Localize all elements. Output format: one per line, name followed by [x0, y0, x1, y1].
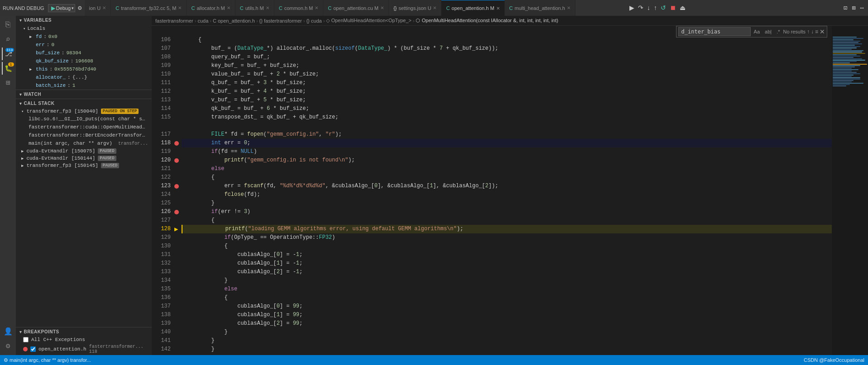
toggle-panel-icon[interactable]: ⊞	[850, 3, 857, 13]
code-line-139: cublasAlgo_[2] = 99;	[182, 319, 832, 328]
debug-step-over-btn[interactable]: ↷	[637, 4, 645, 12]
search-whole-word-btn[interactable]: ab|	[763, 28, 773, 35]
code-line-127: {	[182, 216, 832, 225]
activity-debug-icon[interactable]: 🐛 1	[2, 62, 14, 75]
tab-allocator-close[interactable]: ✕	[227, 5, 230, 10]
tab-open-h-close[interactable]: ✕	[496, 6, 500, 11]
bp-all-cpp[interactable]: All C++ Exceptions	[16, 336, 152, 343]
debug-config-btn[interactable]: ▶ Debug ▾	[48, 4, 75, 12]
tab-multi-head[interactable]: C multi_head_attention.h ✕	[505, 0, 575, 16]
run-debug-label: RUN AND DEBUG	[3, 5, 44, 11]
cs-thread-main[interactable]: ▾ transformer_fp3 [150040] PAUSED ON STE…	[16, 108, 152, 115]
cs-frame-bert[interactable]: fastertransformer::BertEncoderTransforme…	[16, 131, 152, 139]
code-line-128: printf("loading GEMM algorithms error, u…	[182, 225, 832, 233]
cs-frame-puts[interactable]: libc.so.6!__GI__IO_puts(const char * str…	[16, 115, 152, 123]
tab-settings[interactable]: {} settings.json U ✕	[389, 0, 442, 16]
cs-frame-main[interactable]: main(int argc, char ** argv) transfor...	[16, 139, 152, 147]
tab-utils-close[interactable]: ✕	[266, 5, 269, 10]
search-regex-btn[interactable]: .*	[775, 28, 782, 35]
tab-common[interactable]: C common.h M ✕	[274, 0, 324, 16]
search-match-case-btn[interactable]: Aa	[752, 28, 762, 35]
var-buf-sep: :	[62, 50, 65, 56]
var-err[interactable]: err : 0	[16, 41, 152, 49]
tab-allocator-lang: C	[191, 5, 195, 11]
tab-transformer[interactable]: C transformer_fp32.cc 5, M ✕	[111, 0, 187, 16]
variables-header[interactable]: ▾ VARIABLES	[16, 16, 152, 24]
var-batch[interactable]: batch_size : 1	[16, 81, 152, 90]
activity-files-icon[interactable]: ⎘	[2, 19, 14, 31]
cs-thread-evt1[interactable]: ▶ cuda-EvtHandlr [150075] PAUSED	[16, 147, 152, 155]
search-next-btn[interactable]: ↓	[811, 28, 814, 35]
bc-cuda[interactable]: cuda	[197, 18, 208, 24]
var-qk-buf-size[interactable]: qk_buf_size : 196608	[16, 57, 152, 65]
search-prev-btn[interactable]: ↑	[807, 28, 810, 35]
bc-ns[interactable]: {} fastertransformer	[259, 18, 302, 24]
tab-multi-close[interactable]: ✕	[567, 5, 571, 10]
activity-git-icon[interactable]: ⎇ 319	[2, 47, 14, 60]
bc-ns2[interactable]: {} cuda	[306, 18, 321, 24]
debug-disconnect-btn[interactable]: ⏏	[678, 4, 687, 12]
bp-126	[174, 208, 182, 216]
tab-transformer-label: transformer_fp32.cc 5, M	[121, 5, 176, 11]
tab-ion-u-close[interactable]: ✕	[102, 5, 106, 10]
activity-search-icon[interactable]: ⌕	[2, 33, 14, 46]
debug-step-into-btn[interactable]: ↓	[646, 4, 652, 12]
cs-evt1-chevron: ▶	[21, 149, 24, 154]
cs-bert-name: fastertransformer::BertEncoderTransforme…	[29, 133, 148, 138]
bp-open-checkbox[interactable]	[30, 346, 36, 352]
locals-group[interactable]: ▾ Locals	[16, 24, 152, 33]
var-fd[interactable]: ▶ fd : 0x0	[16, 33, 152, 41]
cs-thread-evt3[interactable]: ▶ transformer_fp3 [150145] PAUSED	[16, 162, 152, 169]
status-right: CSDN @FakeOccupational	[804, 357, 864, 363]
status-debug-info[interactable]: ⚙ main(int argc, char ** argv) transfor.…	[4, 357, 91, 363]
search-close-btn[interactable]: ✕	[820, 28, 825, 35]
bc-fastertransformer[interactable]: fastertransformer	[155, 18, 193, 24]
tab-allocator[interactable]: C allocator.h M ✕	[187, 0, 235, 16]
cs-evt2-badge: PAUSED	[98, 156, 116, 161]
variables-chevron: ▾	[19, 18, 22, 23]
breakpoints-section: ▾ BREAKPOINTS All C++ Exceptions open_at…	[16, 327, 152, 355]
tab-transformer-close[interactable]: ✕	[178, 5, 182, 10]
var-allocator[interactable]: allocator_ : {...}	[16, 73, 152, 81]
tab-settings-close[interactable]: ✕	[433, 5, 436, 10]
debug-step-out-btn[interactable]: ↑	[652, 4, 658, 12]
activity-accounts-icon[interactable]: 👤	[2, 325, 14, 338]
bc-class[interactable]: ◇ OpenMultiHeadAttention<OpType_>	[326, 18, 411, 24]
code-line-114: qk_buf_ = buf_ + 6 * buf_size;	[182, 104, 832, 113]
activity-settings-icon[interactable]: ⚙	[2, 340, 14, 352]
activity-extensions-icon[interactable]: ⊞	[2, 76, 14, 89]
cs-thread-name: transformer_fp3 [150040]	[26, 109, 98, 114]
breakpoints-header[interactable]: ▾ BREAKPOINTS	[16, 327, 152, 336]
code-content[interactable]: { buf_ = (DataType_*) allocator_.malloc(…	[182, 26, 832, 355]
bc-method[interactable]: ⬡ OpenMultiHeadAttention(const IAllocato…	[416, 18, 558, 24]
bp-all-cpp-checkbox[interactable]	[23, 337, 29, 342]
code-line-111: q_buf_ = buf_ + 3 * buf_size;	[182, 79, 832, 87]
customize-layout-icon[interactable]: ⋯	[859, 3, 865, 13]
bp-open-attention[interactable]: open_attention.h fastertransformer... 11…	[16, 343, 152, 355]
tab-ion-u[interactable]: ion U ✕	[85, 0, 111, 16]
cs-frame-open-multi[interactable]: fastertransformer::cuda::OpenMultiHeadAt…	[16, 123, 152, 131]
debug-settings-icon[interactable]: ⚙	[77, 3, 82, 13]
debug-restart-btn[interactable]: ↺	[659, 4, 667, 12]
cs-evt3-chevron: ▶	[21, 163, 24, 168]
var-buf-size[interactable]: buf_size : 98304	[16, 49, 152, 57]
tab-utils[interactable]: C utils.h M ✕	[235, 0, 274, 16]
tab-open-attention-cu[interactable]: C open_attention.cu M ✕	[323, 0, 389, 16]
tab-common-close[interactable]: ✕	[315, 5, 318, 10]
watch-header[interactable]: ▾ WATCH	[16, 90, 152, 99]
search-multiline-btn[interactable]: ≡	[815, 28, 818, 35]
var-this[interactable]: ▶ this : 0x555576bd7d40	[16, 65, 152, 73]
cs-thread-evt2[interactable]: ▶ cuda-EvtHandlr [150144] PAUSED	[16, 155, 152, 162]
bc-file[interactable]: C open_attention.h	[213, 18, 255, 24]
tab-open-cu-close[interactable]: ✕	[380, 5, 384, 10]
search-input[interactable]	[678, 27, 751, 36]
split-editor-icon[interactable]: ⊡	[842, 3, 849, 13]
var-err-sep: :	[47, 42, 50, 47]
code-line-124: fclose(fd);	[182, 190, 832, 199]
debug-continue-btn[interactable]: ▶	[628, 4, 636, 12]
callstack-header[interactable]: ▾ CALL STACK	[16, 99, 152, 108]
tab-open-attention-h[interactable]: C open_attention.h M ✕	[441, 0, 504, 16]
debug-stop-btn[interactable]: ⏹	[668, 4, 677, 12]
code-line-131: cublasAlgo_[0] = -1;	[182, 251, 832, 259]
callstack-label: CALL STACK	[24, 101, 55, 106]
